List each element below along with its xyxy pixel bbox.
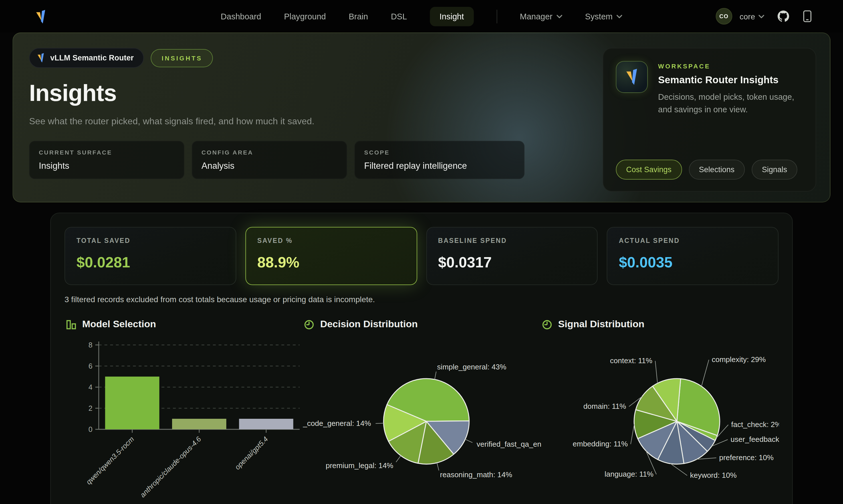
- pie-label-verified_fast_qa_en: verified_fast_qa_en: 14%: [477, 440, 541, 448]
- nav-manager-dropdown[interactable]: Manager: [520, 12, 562, 21]
- bar-category-label: qwen/qwen3.5-rocm: [85, 435, 136, 486]
- insights-panel: TOTAL SAVED $0.0281 SAVED % 88.9% BASELI…: [50, 213, 793, 504]
- bar-openai/gpt5.4[interactable]: [239, 419, 293, 429]
- nav-dashboard[interactable]: Dashboard: [221, 12, 261, 21]
- nav-links: Dashboard Playground Brain DSL Insight M…: [221, 6, 622, 26]
- product-badge: vLLM Semantic Router: [29, 48, 144, 68]
- stat-label: TOTAL SAVED: [76, 237, 224, 244]
- stat-label: BASELINE SPEND: [438, 237, 586, 244]
- nav-system-dropdown[interactable]: System: [585, 12, 622, 21]
- stat-label: SAVED %: [257, 237, 405, 244]
- model-selection-bar-chart: 02468qwen/qwen3.5-rocmanthropic/claude-o…: [65, 336, 303, 504]
- vllm-logo-icon: [36, 52, 45, 63]
- github-icon[interactable]: [777, 10, 789, 22]
- workspace-description: Decisions, model picks, token usage, and…: [658, 91, 801, 116]
- nav-system-label: System: [585, 12, 613, 21]
- nav-account-area: CO core: [716, 8, 812, 24]
- filtered-records-note: 3 filtered records excluded from cost to…: [65, 295, 778, 304]
- stat-cards: TOTAL SAVED $0.0281 SAVED % 88.9% BASELI…: [65, 227, 778, 285]
- pie-label-preference: preference: 10%: [719, 453, 774, 462]
- chart-title: Signal Distribution: [558, 319, 644, 330]
- pie-label-reasoning_math: reasoning_math: 14%: [440, 470, 512, 479]
- tag-selections[interactable]: Selections: [689, 160, 745, 180]
- svg-text:2: 2: [88, 404, 92, 412]
- signal-distribution-chart-col: Signal Distribution complexity: 29%fact_…: [540, 319, 778, 504]
- model-selection-chart-col: Model Selection 02468qwen/qwen3.5-rocman…: [65, 319, 303, 504]
- charts-row: Model Selection 02468qwen/qwen3.5-rocman…: [65, 319, 778, 504]
- nav-divider: [497, 10, 497, 23]
- org-switcher[interactable]: core: [740, 12, 764, 21]
- chevron-down-icon: [617, 15, 622, 18]
- context-card-label: SCOPE: [364, 149, 515, 156]
- nav-brain[interactable]: Brain: [349, 12, 368, 21]
- pie-label-domain: domain: 11%: [583, 402, 626, 411]
- svg-text:6: 6: [88, 362, 92, 370]
- stat-baseline-spend[interactable]: BASELINE SPEND $0.0317: [426, 227, 598, 285]
- bar-anthropic/claude-opus-4.6[interactable]: [172, 419, 226, 429]
- pie-label-simple_general: simple_general: 43%: [437, 363, 506, 371]
- stat-value: $0.0281: [76, 254, 224, 271]
- nav-manager-label: Manager: [520, 12, 552, 21]
- workspace-tags: Cost Savings Selections Signals: [616, 160, 797, 180]
- bar-qwen/qwen3.5-rocm[interactable]: [105, 377, 159, 429]
- top-nav: Dashboard Playground Brain DSL Insight M…: [0, 0, 843, 33]
- chart-title: Model Selection: [82, 319, 156, 330]
- stat-value: 88.9%: [257, 254, 405, 271]
- svg-text:8: 8: [88, 341, 92, 349]
- section-badge: INSIGHTS: [151, 49, 213, 67]
- tag-cost-savings[interactable]: Cost Savings: [616, 160, 682, 180]
- chevron-down-icon: [556, 15, 562, 18]
- context-card-label: CONFIG AREA: [202, 149, 337, 156]
- pie-label-premium_legal: premium_legal: 14%: [326, 461, 393, 470]
- context-card-label: CURRENT SURFACE: [39, 149, 175, 156]
- context-card-scope: SCOPE Filtered replay intelligence: [355, 141, 524, 179]
- stat-value: $0.0035: [619, 254, 767, 271]
- context-card-config: CONFIG AREA Analysis: [192, 141, 347, 179]
- context-card-value: Filtered replay intelligence: [364, 161, 515, 171]
- nav-insight[interactable]: Insight: [430, 6, 474, 26]
- hero-banner: vLLM Semantic Router INSIGHTS Insights S…: [13, 33, 830, 202]
- bar-category-label: openai/gpt5.4: [233, 435, 270, 471]
- insights-page: Dashboard Playground Brain DSL Insight M…: [0, 0, 843, 504]
- tag-signals[interactable]: Signals: [752, 160, 798, 180]
- pie-label-language: language: 11%: [604, 470, 654, 478]
- svg-text:4: 4: [88, 383, 92, 391]
- svg-text:0: 0: [88, 425, 92, 433]
- decision-distribution-pie-chart: simple_general: 43%verified_fast_qa_en: …: [303, 336, 541, 504]
- bar-category-label: anthropic/claude-opus-4.6: [138, 435, 202, 499]
- device-icon[interactable]: [803, 10, 812, 22]
- bar-chart-icon: [66, 319, 76, 330]
- nav-playground[interactable]: Playground: [284, 12, 326, 21]
- stat-total-saved[interactable]: TOTAL SAVED $0.0281: [65, 227, 236, 285]
- vllm-logo-icon: [624, 68, 639, 86]
- stat-actual-spend[interactable]: ACTUAL SPEND $0.0035: [607, 227, 779, 285]
- product-badge-label: vLLM Semantic Router: [50, 54, 134, 62]
- stat-saved-percent[interactable]: SAVED % 88.9%: [245, 227, 417, 285]
- workspace-logo: [616, 61, 648, 93]
- context-card-surface: CURRENT SURFACE Insights: [29, 141, 184, 179]
- signal-distribution-pie-chart: complexity: 29%fact_check: 2%user_feedba…: [540, 336, 779, 504]
- pie-label-_code_general: _code_general: 14%: [303, 419, 371, 428]
- context-card-value: Insights: [39, 161, 175, 171]
- pie-label-embedding: embedding: 11%: [573, 439, 628, 448]
- avatar[interactable]: CO: [716, 8, 732, 24]
- workspace-title: Semantic Router Insights: [658, 74, 801, 86]
- pie-label-keyword: keyword: 10%: [690, 471, 737, 480]
- pie-label-complexity: complexity: 29%: [712, 355, 765, 364]
- pie-label-context: context: 11%: [610, 356, 652, 365]
- chart-title: Decision Distribution: [320, 319, 418, 330]
- vllm-logo-icon[interactable]: [34, 9, 47, 27]
- decision-distribution-chart-col: Decision Distribution simple_general: 43…: [303, 319, 540, 504]
- nav-dsl[interactable]: DSL: [391, 12, 407, 21]
- stat-value: $0.0317: [438, 254, 586, 271]
- org-name: core: [740, 12, 755, 21]
- workspace-card: WORKSPACE Semantic Router Insights Decis…: [603, 48, 816, 192]
- clock-icon: [304, 319, 314, 330]
- stat-label: ACTUAL SPEND: [619, 237, 767, 244]
- workspace-eyebrow: WORKSPACE: [658, 63, 801, 70]
- context-card-value: Analysis: [202, 161, 337, 171]
- pie-label-fact_check: fact_check: 2%: [731, 420, 779, 429]
- clock-icon: [541, 319, 552, 330]
- pie-label-user_feedback: user_feedback: 5%: [730, 435, 779, 444]
- chevron-down-icon: [758, 15, 764, 18]
